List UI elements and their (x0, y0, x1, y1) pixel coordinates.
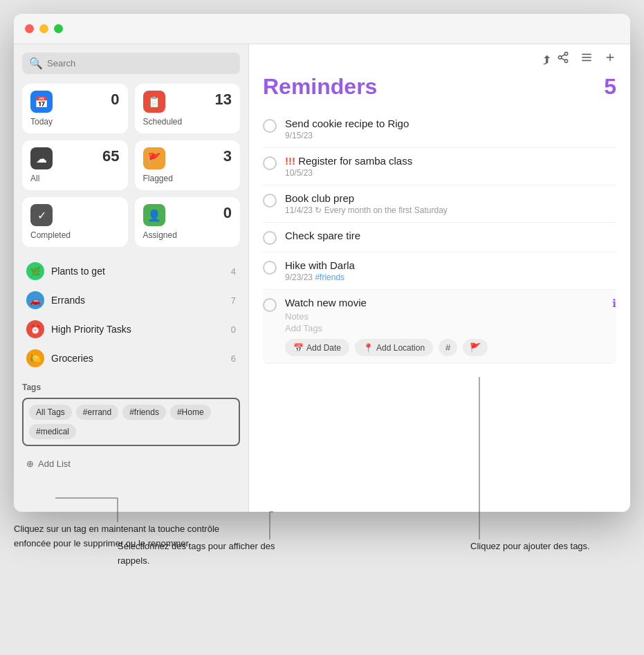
all-icon: ☁ (30, 147, 53, 169)
tag-errand[interactable]: #errand (76, 405, 118, 420)
flagged-label: Flagged (143, 174, 232, 183)
add-list-label: Add List (38, 459, 71, 469)
reminder-body-5: Hike with Darla 9/23/23 #friends (285, 259, 616, 282)
search-bar[interactable]: 🔍 (22, 53, 240, 74)
reminder-body-4: Check spare tire (285, 230, 616, 243)
list-item-highpriority[interactable]: ⏰ High Priority Tasks 0 (22, 315, 240, 344)
reminder-item-1: Send cookie recipe to Rigo 9/15/23 (263, 111, 616, 148)
close-button[interactable] (25, 24, 34, 33)
reminder-body-1: Send cookie recipe to Rigo 9/15/23 (285, 118, 616, 140)
completed-label: Completed (30, 230, 120, 240)
list-item-plants[interactable]: 🌿 Plants to get 4 (22, 257, 240, 286)
page-title: Reminders (263, 74, 377, 100)
tag-all[interactable]: All Tags (29, 405, 72, 420)
today-count: 0 (111, 91, 119, 109)
minimize-button[interactable] (39, 24, 48, 33)
highpriority-count: 0 (231, 324, 236, 335)
scheduled-label: Scheduled (143, 117, 232, 127)
tag-home[interactable]: #Home (170, 405, 211, 420)
search-icon: 🔍 (29, 57, 43, 70)
reminder-date-2: 10/5/23 (285, 168, 616, 178)
reminder-title-6[interactable]: Watch new movie (285, 297, 604, 308)
list-icon[interactable] (580, 51, 593, 67)
list-item-groceries[interactable]: 🍋 Groceries 6 (22, 344, 240, 373)
traffic-lights (25, 24, 63, 33)
smart-card-completed[interactable]: ✓ Completed (22, 197, 128, 247)
add-location-button[interactable]: 📍 Add Location (355, 339, 433, 356)
reminder-body-3: Book club prep 11/4/23 ↻ Every month on … (285, 192, 616, 215)
recurrence-icon: ↻ (315, 205, 324, 215)
reminder-item-2: !!! Register for samba class 10/5/23 (263, 148, 616, 185)
add-list-button[interactable]: ⊕ Add List (22, 453, 240, 474)
smart-card-all[interactable]: ☁ 65 All (22, 140, 128, 190)
search-input[interactable] (47, 58, 233, 68)
reminder-add-tags[interactable]: Add Tags (285, 323, 604, 333)
smart-card-today[interactable]: 📅 0 Today (22, 84, 128, 133)
app-window: 🔍 📅 0 Today 📋 13 (14, 14, 630, 512)
tag-friends[interactable]: #friends (122, 405, 166, 420)
list-item-errands[interactable]: 🚗 Errands 7 (22, 286, 240, 315)
reminder-date-3: 11/4/23 ↻ Every month on the first Satur… (285, 205, 616, 215)
reminder-title-4: Check spare tire (285, 230, 616, 241)
assigned-count: 0 (223, 204, 232, 222)
errands-label: Errands (51, 295, 224, 306)
reminder-title-1: Send cookie recipe to Rigo (285, 118, 616, 129)
add-date-button[interactable]: 📅 Add Date (285, 339, 349, 356)
share-icon[interactable]: ⮭ (541, 51, 569, 67)
groceries-count: 6 (231, 353, 236, 364)
reminder-tag-5: #friends (315, 273, 344, 282)
reminder-circle-2[interactable] (263, 156, 277, 170)
reminder-body-2: !!! Register for samba class 10/5/23 (285, 155, 616, 178)
reminder-title-3: Book club prep (285, 192, 616, 204)
reminder-notes[interactable]: Notes (285, 311, 604, 322)
reminder-circle-5[interactable] (263, 261, 277, 275)
tags-label: Tags (22, 382, 240, 392)
tag-medical[interactable]: #medical (29, 424, 76, 439)
reminder-circle-6[interactable] (263, 298, 277, 312)
errands-count: 7 (231, 295, 236, 306)
reminder-item-3: Book club prep 11/4/23 ↻ Every month on … (263, 185, 616, 223)
smart-card-flagged[interactable]: 🚩 3 Flagged (135, 140, 241, 190)
flagged-icon: 🚩 (143, 147, 165, 169)
fullscreen-button[interactable] (54, 24, 63, 33)
scheduled-icon: 📋 (143, 91, 165, 113)
smart-lists-grid: 📅 0 Today 📋 13 Scheduled ☁ (22, 84, 240, 247)
reminder-circle-3[interactable] (263, 194, 277, 207)
plants-label: Plants to get (51, 266, 224, 277)
reminder-item-6: Watch new movie Notes Add Tags 📅 Add Dat… (263, 290, 616, 364)
annotation-right: Cliquez pour ajouter des tags. (470, 539, 623, 554)
reminder-circle-1[interactable] (263, 119, 277, 133)
today-icon: 📅 (30, 91, 53, 113)
all-label: All (30, 174, 120, 183)
flag-icon: 🚩 (470, 342, 481, 353)
info-button[interactable]: ℹ (612, 297, 616, 310)
add-date-label: Add Date (306, 343, 341, 353)
reminder-circle-4[interactable] (263, 231, 277, 245)
sidebar: 🔍 📅 0 Today 📋 13 (14, 44, 249, 512)
scheduled-count: 13 (215, 91, 232, 109)
groceries-label: Groceries (51, 353, 224, 364)
today-label: Today (30, 117, 120, 127)
smart-card-assigned[interactable]: 👤 0 Assigned (135, 197, 241, 247)
main-content: 🔍 📅 0 Today 📋 13 (14, 44, 630, 512)
smart-card-scheduled[interactable]: 📋 13 Scheduled (135, 84, 241, 133)
assigned-icon: 👤 (143, 204, 165, 226)
main-toolbar: ⮭ (249, 44, 630, 74)
flag-button[interactable]: 🚩 (463, 339, 488, 356)
hashtag-label: # (445, 342, 450, 353)
reminder-item-4: Check spare tire (263, 223, 616, 252)
reminders-count: 5 (604, 74, 616, 100)
titlebar (14, 14, 630, 44)
hashtag-button[interactable]: # (439, 339, 457, 356)
reminder-item-5: Hike with Darla 9/23/23 #friends (263, 252, 616, 290)
errands-icon: 🚗 (26, 291, 44, 309)
plants-icon: 🌿 (26, 262, 44, 280)
add-reminder-icon[interactable] (604, 51, 616, 67)
highpriority-icon: ⏰ (26, 320, 44, 338)
reminder-body-6: Watch new movie Notes Add Tags 📅 Add Dat… (285, 297, 604, 356)
location-icon: 📍 (363, 343, 374, 353)
reminder-date-5: 9/23/23 #friends (285, 273, 616, 282)
annotation-middle: Sélectionnez des tags pour afficher des … (118, 539, 297, 569)
reminder-title-text-2: Register for samba class (298, 155, 412, 167)
groceries-icon: 🍋 (26, 349, 44, 367)
